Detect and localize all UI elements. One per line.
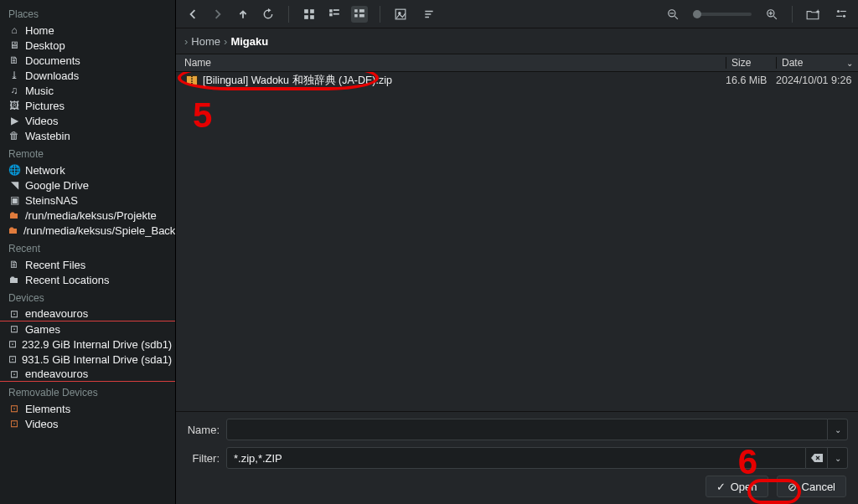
- sidebar-item[interactable]: ⊡931.5 GiB Internal Drive (sda1): [0, 352, 175, 367]
- sidebar-item[interactable]: 🖿/run/media/keksus/Projekte: [0, 208, 175, 223]
- sidebar-item-label: SteinsNAS: [25, 194, 78, 207]
- sidebar-item[interactable]: ◥Google Drive: [0, 177, 175, 193]
- preview-toggle[interactable]: [392, 6, 409, 23]
- svg-rect-7: [333, 13, 339, 14]
- chevron-down-icon: ⌄: [846, 59, 853, 68]
- up-button[interactable]: [235, 6, 251, 23]
- settings-button[interactable]: [833, 6, 850, 23]
- open-button[interactable]: ✓ Open: [706, 476, 768, 497]
- column-header-name[interactable]: Name: [176, 57, 726, 69]
- zoom-in-button[interactable]: [763, 6, 780, 23]
- places-sidebar: Places⌂Home🖥Desktop🗎Documents⤓Downloads♫…: [0, 0, 176, 504]
- sidebar-item[interactable]: 🗎Documents: [0, 53, 175, 68]
- sidebar-item-label: Recent Files: [25, 259, 85, 271]
- file-list[interactable]: [Bilingual] Wadoku 和独辞典 (JA-DE).zip 16.6…: [176, 72, 858, 411]
- sidebar-item[interactable]: ⤓Downloads: [0, 68, 175, 83]
- place-icon: 🖿: [8, 224, 18, 236]
- sidebar-item[interactable]: 🖿/run/media/keksus/Spiele_Backups: [0, 223, 175, 238]
- forward-button[interactable]: [209, 6, 226, 23]
- svg-rect-2: [304, 15, 308, 19]
- filter-field-label: Filter:: [186, 452, 220, 465]
- place-icon: 🖿: [8, 274, 20, 285]
- place-icon: 🖼: [8, 100, 20, 111]
- sidebar-item-label: Google Drive: [25, 179, 89, 192]
- toolbar: ★: [176, 0, 858, 28]
- svg-line-15: [675, 16, 678, 19]
- cancel-button[interactable]: ⊘ Cancel: [777, 476, 846, 497]
- view-icons-button[interactable]: [301, 6, 318, 23]
- sidebar-item-label: Wastebin: [25, 130, 70, 142]
- place-icon: ♫: [8, 85, 20, 96]
- breadcrumb-segment[interactable]: Home: [191, 35, 220, 48]
- main-pane: ★ › Home › Migaku Name Size Date ⌄ [Bili…: [176, 0, 858, 504]
- file-date: 2024/10/01 9:26: [776, 75, 858, 86]
- zoom-out-button[interactable]: [664, 6, 681, 23]
- file-name: [Bilingual] Wadoku 和独辞典 (JA-DE).zip: [203, 74, 392, 88]
- sidebar-item-label: 232.9 GiB Internal Drive (sdb1): [22, 338, 172, 351]
- column-header-size[interactable]: Size: [726, 57, 776, 69]
- place-icon: ⊡: [8, 403, 20, 414]
- place-icon: ⊡: [8, 338, 17, 350]
- file-row[interactable]: [Bilingual] Wadoku 和独辞典 (JA-DE).zip 16.6…: [176, 72, 858, 89]
- sidebar-item-label: Desktop: [25, 39, 65, 52]
- place-icon: 🗑: [8, 130, 20, 141]
- sidebar-item[interactable]: ⊡Videos: [0, 416, 175, 431]
- sidebar-item[interactable]: ⊡endeavouros: [0, 306, 175, 321]
- sidebar-section-title: Devices: [0, 287, 175, 306]
- breadcrumb: › Home › Migaku: [176, 28, 858, 54]
- sidebar-item[interactable]: ⌂Home: [0, 23, 175, 38]
- svg-rect-1: [310, 9, 314, 13]
- svg-line-18: [773, 16, 777, 19]
- reload-button[interactable]: [260, 6, 277, 23]
- svg-rect-11: [359, 14, 364, 18]
- sidebar-item-label: endeavouros: [25, 368, 88, 380]
- zip-icon: [186, 75, 198, 85]
- sidebar-item[interactable]: 🗑Wastebin: [0, 128, 175, 143]
- sidebar-section-title: Remote: [0, 143, 175, 162]
- sidebar-item[interactable]: 🌐Network: [0, 162, 175, 177]
- svg-rect-10: [354, 14, 358, 18]
- breadcrumb-segment-current[interactable]: Migaku: [230, 35, 268, 48]
- sidebar-item[interactable]: 🗎Recent Files: [0, 257, 175, 272]
- svg-rect-3: [310, 15, 314, 19]
- cancel-icon: ⊘: [788, 481, 797, 493]
- sidebar-item[interactable]: 🖼Pictures: [0, 98, 175, 113]
- place-icon: 🗎: [8, 54, 20, 66]
- place-icon: ◥: [8, 179, 20, 191]
- sidebar-item[interactable]: 🖿Recent Locations: [0, 272, 175, 287]
- sidebar-item[interactable]: 🖥Desktop: [0, 38, 175, 53]
- filter-clear-button[interactable]: [806, 447, 828, 469]
- sidebar-item-label: Elements: [25, 403, 70, 415]
- new-folder-button[interactable]: ★: [804, 6, 821, 23]
- place-icon: ⌂: [8, 24, 20, 36]
- sidebar-item[interactable]: ⊡Elements: [0, 401, 175, 416]
- chevron-down-icon: ⌄: [835, 425, 841, 435]
- cancel-button-label: Cancel: [802, 481, 835, 493]
- sidebar-item[interactable]: ▣SteinsNAS: [0, 193, 175, 208]
- svg-point-22: [837, 9, 840, 12]
- column-header-date[interactable]: Date ⌄: [776, 57, 858, 69]
- sort-button[interactable]: [421, 6, 437, 23]
- view-details-button[interactable]: [351, 6, 368, 23]
- sidebar-item-label: Pictures: [25, 100, 65, 112]
- name-field-label: Name:: [186, 424, 220, 436]
- name-input[interactable]: [226, 419, 828, 440]
- view-compact-button[interactable]: [326, 6, 343, 23]
- name-dropdown[interactable]: ⌄: [828, 419, 848, 440]
- place-icon: ▣: [8, 194, 20, 206]
- place-icon: ⊡: [8, 368, 20, 380]
- chevron-right-icon: ›: [224, 35, 227, 48]
- bottom-panel: Name: ⌄ Filter: *.zip,*.ZIP ⌄ ✓: [176, 411, 858, 504]
- check-icon: ✓: [716, 481, 726, 493]
- filter-input[interactable]: *.zip,*.ZIP: [226, 447, 806, 469]
- sidebar-item[interactable]: ⊡endeavouros: [0, 367, 175, 382]
- file-size: 16.6 MiB: [726, 75, 776, 86]
- filter-dropdown[interactable]: ⌄: [828, 447, 848, 469]
- zoom-slider[interactable]: [693, 13, 752, 16]
- sidebar-item[interactable]: ▶Videos: [0, 113, 175, 128]
- back-button[interactable]: [184, 6, 201, 23]
- sidebar-item[interactable]: ♫Music: [0, 83, 175, 98]
- sidebar-item[interactable]: ⊡232.9 GiB Internal Drive (sdb1): [0, 337, 175, 352]
- sidebar-item[interactable]: ⊡Games: [0, 321, 175, 337]
- svg-rect-0: [304, 9, 308, 13]
